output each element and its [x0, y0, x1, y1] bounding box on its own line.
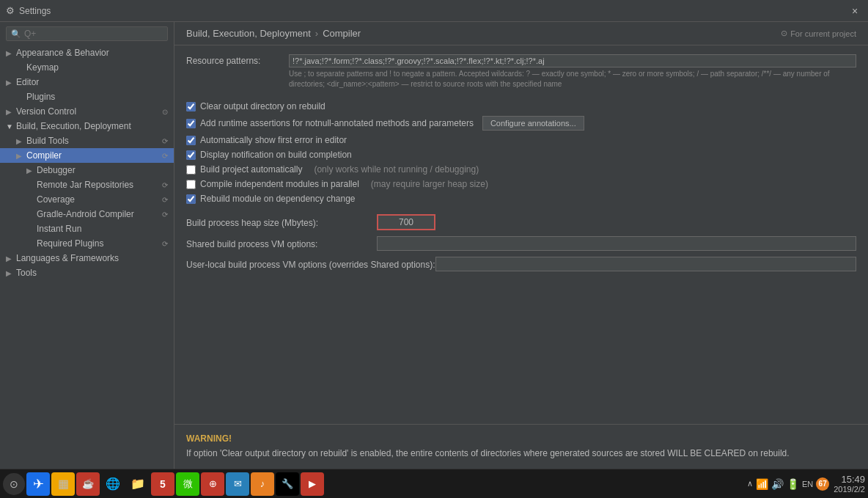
sidebar-item-tools[interactable]: ▶ Tools — [0, 266, 174, 280]
sidebar-item-label: Remote Jar Repositories — [37, 180, 159, 190]
sync-icon: ⟳ — [162, 210, 168, 219]
sidebar-item-label: Keymap — [26, 62, 168, 73]
display-notification-checkbox[interactable] — [186, 150, 196, 160]
titlebar: ⚙ Settings × — [0, 0, 868, 22]
sidebar-item-debugger[interactable]: ▶ Debugger — [0, 163, 174, 177]
configure-annotations-button[interactable]: Configure annotations... — [482, 116, 584, 131]
taskbar-icon-terminal[interactable]: ▶ — [301, 472, 324, 496]
checkbox-show-first-error: Automatically show first error in editor — [186, 135, 856, 145]
build-automatically-checkbox[interactable] — [186, 165, 196, 175]
taskbar-left: ⊙ ✈ ▦ ☕ 🌐 📁 5 微 ⊕ ✉ ♪ 🔧 ▶ — [3, 472, 324, 496]
arrow-icon: ▶ — [26, 166, 37, 175]
checkbox-build-automatically: Build project automatically (only works … — [186, 164, 856, 175]
breadcrumb-compiler: Compiler — [323, 28, 361, 39]
rebuild-dependency-checkbox[interactable] — [186, 194, 196, 204]
taskbar-icon-2[interactable]: ▦ — [51, 472, 75, 496]
close-button[interactable]: × — [847, 4, 862, 18]
sidebar-item-build-exec[interactable]: ▼ Build, Execution, Deployment — [0, 119, 174, 133]
clear-output-checkbox[interactable] — [186, 102, 196, 111]
notification-badge: 67 — [816, 477, 829, 491]
taskbar-icon-music[interactable]: ♪ — [251, 472, 274, 496]
resource-patterns-label: Resource patterns: — [186, 54, 289, 66]
sidebar-item-instant-run[interactable]: Instant Run — [0, 221, 174, 236]
sidebar-item-label: Plugins — [26, 92, 168, 102]
sidebar-item-coverage[interactable]: Coverage ⟳ — [0, 192, 174, 207]
sidebar-item-label: Editor — [16, 77, 168, 87]
panel-content: Resource patterns: Use ; to separate pat… — [174, 45, 868, 286]
sidebar: 🔍 ▶ Appearance & Behavior Keymap ▶ Edito… — [0, 22, 174, 469]
sidebar-item-build-tools[interactable]: ▶ Build Tools ⟳ — [0, 133, 174, 148]
sidebar-item-gradle-android[interactable]: Gradle-Android Compiler ⟳ — [0, 207, 174, 221]
resource-patterns-input[interactable] — [289, 54, 856, 67]
sidebar-item-languages[interactable]: ▶ Languages & Frameworks — [0, 251, 174, 266]
main-container: 🔍 ▶ Appearance & Behavior Keymap ▶ Edito… — [0, 22, 868, 469]
settings-icon: ⚙ — [6, 5, 15, 16]
show-first-error-checkbox[interactable] — [186, 136, 196, 145]
search-box[interactable]: 🔍 — [6, 26, 168, 41]
taskbar-start-button[interactable]: ⊙ — [3, 473, 25, 495]
taskbar-right: ∧ 📶 🔊 🔋 EN 67 15:49 2019/2/2 — [747, 474, 865, 494]
taskbar-sys-icons: ∧ 📶 🔊 🔋 EN 67 — [747, 477, 829, 491]
compile-parallel-note: (may require larger heap size) — [371, 179, 488, 189]
sidebar-item-label: Appearance & Behavior — [16, 48, 168, 58]
taskbar-icon-5[interactable]: 5 — [151, 472, 174, 496]
taskbar: ⊙ ✈ ▦ ☕ 🌐 📁 5 微 ⊕ ✉ ♪ 🔧 ▶ ∧ 📶 🔊 🔋 EN 67 … — [0, 469, 868, 498]
breadcrumb-build: Build, Execution, Deployment — [186, 28, 311, 39]
resource-patterns-field: Use ; to separate patterns and ! to nega… — [289, 54, 856, 89]
chevron-up-icon[interactable]: ∧ — [747, 479, 753, 488]
sidebar-item-remote-jar[interactable]: Remote Jar Repositories ⟳ — [0, 177, 174, 192]
right-panel: Build, Execution, Deployment › Compiler … — [174, 22, 868, 469]
arrow-icon: ▶ — [6, 269, 16, 277]
sync-icon: ⟳ — [162, 152, 168, 160]
sidebar-item-appearance[interactable]: ▶ Appearance & Behavior — [0, 45, 174, 60]
sidebar-item-version-control[interactable]: ▶ Version Control ⊙ — [0, 104, 174, 119]
taskbar-icon-java[interactable]: ☕ — [76, 472, 100, 496]
user-vm-input[interactable] — [435, 257, 857, 271]
taskbar-icon-wechat[interactable]: 微 — [176, 472, 199, 496]
compile-parallel-checkbox[interactable] — [186, 180, 196, 189]
search-icon: 🔍 — [11, 29, 21, 39]
taskbar-icon-msg[interactable]: ✉ — [226, 472, 249, 496]
compile-parallel-label: Compile independent modules in parallel — [200, 179, 359, 189]
date-display: 2019/2/2 — [834, 485, 865, 494]
sidebar-item-label: Coverage — [37, 194, 159, 205]
heap-size-label: Build process heap size (Mbytes): — [186, 216, 377, 228]
project-info: ⊙ For current project — [781, 29, 856, 38]
sync-icon: ⟳ — [162, 240, 168, 248]
battery-icon: 🔋 — [787, 478, 799, 490]
add-runtime-checkbox[interactable] — [186, 119, 196, 128]
sidebar-item-plugins[interactable]: Plugins — [0, 89, 174, 104]
show-first-error-label: Automatically show first error in editor — [200, 135, 347, 145]
sidebar-item-label: Languages & Frameworks — [16, 253, 168, 263]
taskbar-icon-1[interactable]: ✈ — [26, 472, 50, 496]
taskbar-icon-net[interactable]: ⊕ — [201, 472, 224, 496]
shared-vm-input[interactable] — [377, 236, 856, 251]
display-notification-label: Display notification on build completion — [200, 150, 352, 160]
sidebar-item-keymap[interactable]: Keymap — [0, 60, 174, 75]
sidebar-item-label: Compiler — [26, 150, 159, 161]
sidebar-item-label: Tools — [16, 268, 168, 278]
heap-size-input[interactable] — [377, 214, 435, 230]
sidebar-item-required-plugins[interactable]: Required Plugins ⟳ — [0, 236, 174, 251]
taskbar-icon-chrome[interactable]: 🌐 — [101, 472, 125, 496]
build-automatically-note: (only works while not running / debuggin… — [314, 164, 479, 175]
taskbar-icon-folder[interactable]: 📁 — [126, 472, 150, 496]
checkbox-add-runtime: Add runtime assertions for notnull-annot… — [186, 116, 856, 131]
taskbar-icon-idea[interactable]: 🔧 — [276, 472, 299, 496]
build-automatically-label: Build project automatically — [200, 164, 302, 175]
sidebar-item-compiler[interactable]: ▶ Compiler ⟳ — [0, 148, 174, 163]
sidebar-item-label: Debugger — [37, 165, 168, 175]
sidebar-item-label: Build Tools — [26, 136, 159, 146]
add-runtime-label: Add runtime assertions for notnull-annot… — [200, 118, 474, 128]
sidebar-item-label: Instant Run — [37, 224, 168, 234]
sidebar-item-label: Version Control — [16, 106, 159, 117]
project-icon: ⊙ — [781, 29, 787, 38]
arrow-icon: ▶ — [6, 108, 16, 116]
search-input[interactable] — [24, 29, 163, 39]
user-vm-row: User-local build process VM options (ove… — [186, 257, 856, 271]
sidebar-item-editor[interactable]: ▶ Editor — [0, 75, 174, 89]
taskbar-time: 15:49 2019/2/2 — [834, 474, 865, 494]
titlebar-title: Settings — [19, 6, 847, 16]
checkbox-display-notification: Display notification on build completion — [186, 150, 856, 160]
arrow-icon: ▶ — [16, 152, 26, 160]
